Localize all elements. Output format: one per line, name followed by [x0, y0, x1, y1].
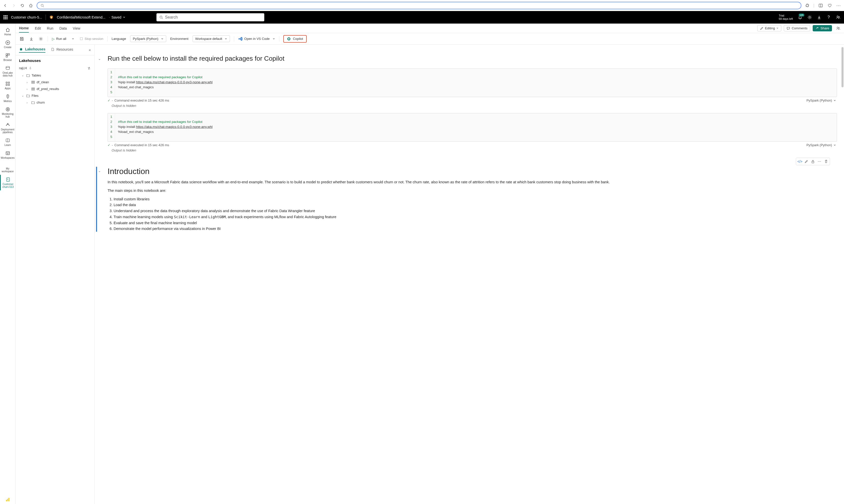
browser-home-icon[interactable]: [28, 3, 34, 8]
rail-metrics[interactable]: Metrics: [0, 92, 15, 105]
svg-point-7: [809, 17, 810, 18]
open-vscode-button[interactable]: Open in VS Code: [238, 37, 275, 41]
collapse-cell-icon[interactable]: ⌄: [98, 169, 101, 173]
delete-icon[interactable]: [823, 159, 829, 164]
power-bi-icon[interactable]: [5, 497, 10, 502]
tab-view[interactable]: View: [73, 24, 80, 32]
confidential-label[interactable]: Confidential\Microsoft Extend...: [57, 15, 106, 19]
browser-back-icon[interactable]: [2, 3, 8, 8]
svg-point-8: [837, 16, 838, 17]
trial-status: Trial: 59 days left: [779, 14, 793, 21]
chevron-down-icon: [272, 38, 275, 40]
rail-learn[interactable]: Learn: [0, 136, 15, 148]
intro-steps-list: Install custom libraries Load the data U…: [108, 197, 837, 232]
tree-file-churn[interactable]: › churn: [25, 99, 94, 106]
editing-mode-button[interactable]: Editing: [757, 25, 782, 31]
code-toggle-icon[interactable]: </>: [797, 159, 803, 164]
settings-icon[interactable]: [38, 36, 43, 42]
download-icon[interactable]: [817, 15, 822, 20]
comment-icon: [787, 26, 790, 30]
pin-icon[interactable]: [29, 67, 32, 70]
account-icon[interactable]: [836, 15, 841, 20]
tab-run[interactable]: Run: [47, 24, 53, 32]
download-icon[interactable]: [29, 36, 34, 42]
tree-files[interactable]: ⌄ Files: [21, 92, 94, 99]
rail-home[interactable]: Home: [0, 25, 15, 38]
browser-address-bar[interactable]: [37, 2, 801, 9]
rail-browse[interactable]: Browse: [0, 51, 15, 64]
svg-point-14: [6, 67, 10, 68]
more-icon[interactable]: ⋯: [836, 3, 842, 8]
comments-button[interactable]: Comments: [784, 25, 810, 31]
presence-icon[interactable]: [836, 26, 841, 31]
explorer-tab-resources[interactable]: Resources: [51, 48, 73, 52]
svg-rect-36: [32, 81, 35, 84]
share-button[interactable]: Share: [813, 25, 832, 31]
tab-edit[interactable]: Edit: [35, 24, 41, 32]
lakehouse-item[interactable]: rajLH: [16, 64, 94, 72]
svg-point-21: [7, 109, 8, 110]
browser-forward-icon: [11, 3, 17, 8]
collapse-cell-icon[interactable]: ⌄: [98, 57, 101, 61]
save-icon[interactable]: [19, 36, 24, 42]
copilot-button[interactable]: Copilot: [283, 35, 306, 43]
rail-my-workspace[interactable]: My workspace: [0, 165, 15, 175]
browser-refresh-icon[interactable]: [20, 3, 25, 8]
environment-label: Environment: [170, 37, 188, 41]
rail-workspaces[interactable]: Workspaces: [0, 148, 15, 161]
tab-home[interactable]: Home: [19, 24, 29, 33]
edit-icon[interactable]: [803, 159, 809, 164]
chevron-down-icon[interactable]: [123, 16, 125, 19]
swap-icon[interactable]: [87, 67, 91, 70]
rail-pipelines[interactable]: Deployment pipelines: [0, 120, 15, 136]
line-gutter: 12345: [108, 69, 115, 97]
scrollbar[interactable]: [842, 47, 844, 87]
svg-point-9: [839, 16, 840, 17]
favorites-icon[interactable]: [827, 3, 832, 8]
language-label: Language: [112, 37, 126, 41]
svg-point-32: [40, 38, 42, 39]
copilot-icon: [287, 37, 291, 41]
output-hidden-label[interactable]: Output is hidden: [108, 102, 837, 110]
more-icon[interactable]: ⋯: [816, 159, 823, 164]
notifications-icon[interactable]: 125: [798, 15, 802, 20]
code-content[interactable]: #Run this cell to install the required p…: [115, 69, 837, 97]
explorer-tab-lakehouses[interactable]: Lakehouses: [19, 47, 46, 53]
split-screen-icon[interactable]: [818, 3, 823, 8]
code-content[interactable]: #Run this cell to install the required p…: [115, 113, 837, 141]
notebook-title[interactable]: Customer churn-5...: [11, 15, 42, 19]
help-icon[interactable]: ?: [826, 15, 831, 20]
chevron-down-icon[interactable]: [833, 99, 836, 102]
tree-tables[interactable]: ⌄ Tables: [21, 72, 94, 79]
check-icon: ✓: [108, 98, 110, 102]
code-cell[interactable]: 12345 #Run this cell to install the requ…: [108, 113, 837, 155]
language-select[interactable]: PySpark (Python): [130, 35, 166, 42]
tab-data[interactable]: Data: [59, 24, 67, 32]
rail-onelake[interactable]: OneLake data hub: [0, 64, 15, 79]
tree-table-df-pred-results[interactable]: › df_pred_results: [25, 86, 94, 92]
lakehouse-icon: [19, 47, 23, 51]
environment-select[interactable]: Workspace default: [193, 35, 230, 42]
chevron-down-icon[interactable]: [833, 144, 836, 146]
rail-monitoring[interactable]: Monitoring hub: [0, 105, 15, 120]
app-launcher-icon[interactable]: [3, 15, 7, 19]
tree-table-df-clean[interactable]: › df_clean: [25, 79, 94, 86]
rail-apps[interactable]: Apps: [0, 79, 15, 92]
chevron-down-icon: [776, 27, 778, 29]
active-cell-indicator: [96, 167, 97, 232]
vscode-icon: [238, 37, 243, 41]
run-all-dropdown[interactable]: [70, 36, 76, 42]
stop-session-button[interactable]: Stop session: [80, 37, 103, 41]
lock-icon[interactable]: [810, 159, 816, 164]
search-input[interactable]: Search: [157, 13, 264, 21]
rail-create[interactable]: Create: [0, 38, 15, 51]
extensions-icon[interactable]: [804, 3, 810, 8]
run-all-button[interactable]: ▷ Run all: [52, 37, 66, 41]
intro-heading: Introduction: [108, 167, 837, 176]
rail-customer-churn[interactable]: Customer churn-513: [0, 175, 15, 190]
code-cell[interactable]: 12345 #Run this cell to install the requ…: [108, 69, 837, 110]
svg-rect-4: [51, 17, 52, 18]
collapse-panel-icon[interactable]: «: [89, 48, 91, 52]
gear-icon[interactable]: [807, 15, 812, 20]
output-hidden-label[interactable]: Output is hidden: [108, 147, 837, 155]
